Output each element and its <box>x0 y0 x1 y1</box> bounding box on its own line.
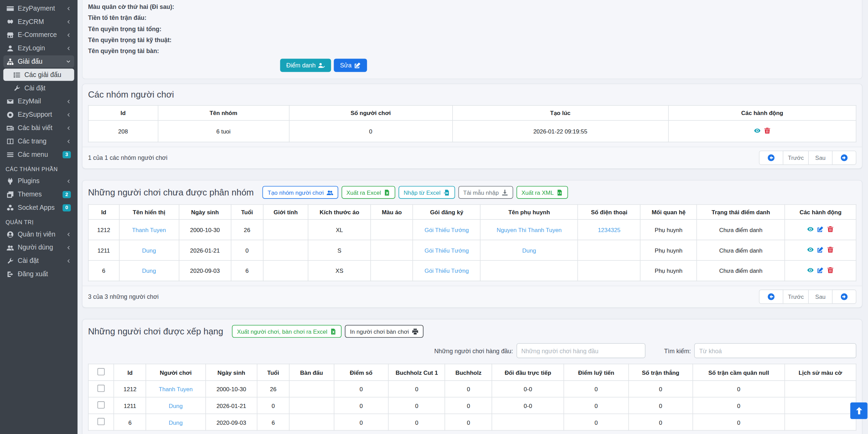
player-link[interactable]: Thanh Tuyen <box>159 385 193 392</box>
sidebar-item-các-giải-đấu[interactable]: Các giải đấu <box>3 69 74 81</box>
sidebar-item-cài-đặt[interactable]: Cài đặt <box>3 255 74 267</box>
parent_name-link[interactable]: Dung <box>522 247 536 253</box>
pagination-next-button[interactable]: Sau <box>808 290 832 304</box>
sidebar-item-cài-đặt[interactable]: Cài đặt <box>3 82 74 94</box>
sidebar-item-label: EzyCRM <box>18 18 62 26</box>
parent_name-link[interactable]: Nguyen Thi Thanh Tuyen <box>497 226 562 233</box>
unranked-players-table: IdTên hiển thịNgày sinhTuổiGiới tínhKích… <box>88 204 856 281</box>
package-link[interactable]: Gói Thiếu Tướng <box>424 226 469 233</box>
view-button[interactable] <box>807 226 814 232</box>
sidebar-item-quản-trị-viên[interactable]: Quản trị viên <box>3 228 74 240</box>
sidebar-item-các-bài-viết[interactable]: Các bài viết <box>3 122 74 134</box>
envelope-icon <box>7 98 14 105</box>
row-checkbox[interactable] <box>98 401 105 409</box>
button-label: Tải mẫu nhập <box>463 189 499 195</box>
sidebar-item-e-commerce[interactable]: E-Commerce <box>3 29 74 41</box>
display_name-link[interactable]: Thanh Tuyen <box>132 226 166 233</box>
cell-start_table <box>289 397 334 414</box>
toolbar-button[interactable]: Tải mẫu nhập <box>458 186 513 199</box>
package-link[interactable]: Gói Thiếu Tướng <box>424 267 469 274</box>
edit-button[interactable]: Sửa <box>334 59 367 72</box>
view-button[interactable] <box>754 127 761 134</box>
view-button[interactable] <box>807 246 814 253</box>
cell-null_games: 0 <box>693 397 784 414</box>
top-players-input[interactable] <box>516 343 646 358</box>
user-check-icon <box>318 62 325 68</box>
pagination-last-button[interactable] <box>832 290 856 304</box>
detail-label: Tiền tố tên trận đấu: <box>88 14 856 21</box>
handshake-icon <box>7 18 14 25</box>
table-header-row: IdTên nhómSố người chơiTạo lúcCác hành đ… <box>88 105 856 120</box>
search-input[interactable] <box>694 343 856 358</box>
sidebar-item-người-dùng[interactable]: Người dùng <box>3 241 74 254</box>
cell-score: 0 <box>334 397 388 414</box>
cell-head_to_head: 0-0 <box>492 397 564 414</box>
pagination-first-button[interactable] <box>759 290 783 304</box>
select-all-checkbox[interactable] <box>98 368 105 375</box>
cell-age: 0 <box>257 397 289 414</box>
sidebar-item-ezylogin[interactable]: EzyLogin <box>3 42 74 54</box>
phone-link[interactable]: 1234325 <box>598 226 621 233</box>
sidebar-item-các-menu[interactable]: Các menu3 <box>3 148 74 161</box>
edit-icon <box>354 62 361 68</box>
sidebar-item-các-trang[interactable]: Các trang <box>3 135 74 148</box>
file-import-icon <box>443 189 450 195</box>
scroll-to-top-button[interactable] <box>850 403 867 419</box>
sidebar-item-đăng-xuất[interactable]: Đăng xuất <box>3 268 74 280</box>
cell-buchholz: 0 <box>445 397 492 414</box>
attendance-button[interactable]: Điểm danh <box>280 59 331 72</box>
delete-button[interactable] <box>827 246 834 253</box>
delete-button[interactable] <box>827 226 834 232</box>
toolbar-button[interactable]: Xuất ra XML <box>516 186 568 199</box>
pagination: Trước Sau <box>759 151 856 165</box>
column-header-dob: Ngày sinh <box>205 364 257 381</box>
player-link[interactable]: Dung <box>169 402 183 409</box>
toolbar-button[interactable]: Tạo nhóm người chơi <box>263 186 338 199</box>
unranked-players-card-footer: 3 của 3 những người chơi Trước Sau <box>82 286 862 307</box>
cell-age: 0 <box>231 240 263 260</box>
sidebar-item-ezycrm[interactable]: EzyCRM <box>3 15 74 28</box>
pagination-next-button[interactable]: Sau <box>808 151 832 165</box>
main-area: Màu quân cờ thứ hai (Đi sau): Tiền tố tê… <box>77 0 868 434</box>
sidebar-item-socket-apps[interactable]: Socket Apps0 <box>3 202 74 214</box>
sidebar-item-giải-đấu[interactable]: Giải đấu <box>3 55 74 68</box>
edit-button[interactable] <box>817 267 824 273</box>
cell-attendance: Chưa điểm danh <box>697 240 785 260</box>
toolbar-button[interactable]: Xuất ra Excel <box>341 186 395 199</box>
edit-button[interactable] <box>817 246 824 253</box>
pagination-last-button[interactable] <box>832 151 856 165</box>
sidebar-item-ezysupport[interactable]: EzySupport <box>3 108 74 121</box>
display_name-link[interactable]: Dung <box>142 267 156 274</box>
package-link[interactable]: Gói Thiếu Tướng <box>424 247 469 253</box>
newspaper-icon <box>7 124 14 131</box>
column-header-package: Gói đăng ký <box>413 205 481 220</box>
pagination-prev-button[interactable]: Trước <box>783 151 809 165</box>
sidebar-item-ezypayment[interactable]: EzyPayment <box>3 2 74 14</box>
row-checkbox[interactable] <box>98 418 105 425</box>
store-icon <box>7 31 14 38</box>
toolbar-button[interactable]: Xuất người chơi, bàn chơi ra Excel <box>232 325 342 337</box>
table-row: 6Dung2020-09-036XSGói Thiếu TướngPhụ huy… <box>88 260 856 281</box>
sidebar-item-label: Plugins <box>18 177 62 185</box>
delete-button[interactable] <box>764 127 770 134</box>
sidebar-item-ezymail[interactable]: EzyMail <box>3 95 74 107</box>
view-button[interactable] <box>807 267 814 273</box>
row-checkbox[interactable] <box>98 385 105 392</box>
sidebar-item-themes[interactable]: Themes2 <box>3 188 74 201</box>
display_name-link[interactable]: Dung <box>142 247 156 253</box>
pagination: Trước Sau <box>759 290 856 304</box>
ranked-players-card: Những người chơi được xếp hạng Xuất ngườ… <box>82 319 862 434</box>
player-link[interactable]: Dung <box>169 419 183 425</box>
delete-button[interactable] <box>827 267 834 273</box>
cell-shirt_size: XL <box>308 219 371 240</box>
content: Màu quân cờ thứ hai (Đi sau): Tiền tố tê… <box>77 0 868 434</box>
column-header-relationship: Mối quan hệ <box>640 205 697 220</box>
toolbar-button[interactable]: In người chơi bàn chơi <box>345 325 423 337</box>
cell-color_history <box>784 414 856 431</box>
sidebar-item-plugins[interactable]: Plugins <box>3 175 74 187</box>
sidebar-item-label: Các trang <box>18 137 62 145</box>
edit-button[interactable] <box>817 226 824 232</box>
pagination-first-button[interactable] <box>759 151 783 165</box>
pagination-prev-button[interactable]: Trước <box>783 290 809 304</box>
toolbar-button[interactable]: Nhập từ Excel <box>399 186 455 199</box>
